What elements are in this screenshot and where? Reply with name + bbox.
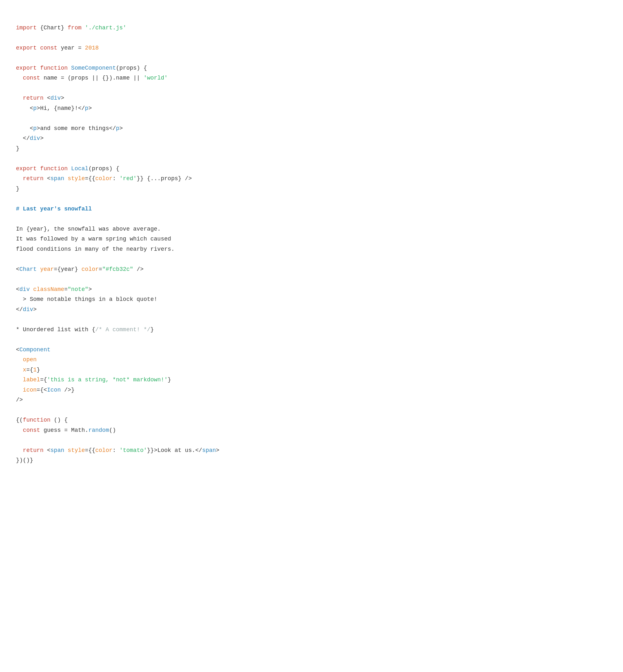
line-import: import {Chart} from './chart.js'	[16, 25, 126, 31]
line-prop-open: open	[16, 357, 37, 363]
line-close-div: </div>	[16, 135, 43, 141]
line-heading: # Last year's snowfall	[16, 206, 92, 212]
line-export-func2: export function Local(props) {	[16, 165, 119, 172]
line-self-close: />	[16, 397, 23, 403]
line-p-more: <p>and some more things</p>	[16, 125, 123, 132]
line-prop-x: x={1}	[16, 367, 40, 373]
line-prose2: It was followed by a warm spring which c…	[16, 236, 171, 242]
line-blockquote: > Some notable things in a block quote!	[16, 296, 157, 303]
line-iife-open: {(function () {	[16, 417, 68, 423]
line-component-open: <Component	[16, 346, 51, 353]
line-return-span2: return <span style={{color: 'tomato'}}>L…	[16, 447, 219, 453]
line-chart: <Chart year={year} color="#fcb32c" />	[16, 266, 144, 273]
line-prose3: flood conditions in many of the nearby r…	[16, 246, 175, 252]
line-export-func1: export function SomeComponent(props) {	[16, 65, 147, 71]
line-div-open: <div className="note">	[16, 286, 92, 292]
line-prop-label: label={'this is a string, *not* markdown…	[16, 376, 171, 383]
line-prose1: In {year}, the snowfall was above averag…	[16, 226, 161, 232]
line-const-name: const name = (props || {}).name || 'worl…	[16, 75, 168, 81]
line-close-brace2: }	[16, 186, 20, 192]
line-p-hi: <p>Hi, {name}!</p>	[16, 105, 92, 111]
line-const-guess: const guess = Math.random()	[16, 427, 116, 433]
line-unordered: * Unordered list with {/* A comment! */}	[16, 327, 154, 333]
line-export-const: export const year = 2018	[16, 45, 99, 51]
line-div-close: </div>	[16, 306, 37, 313]
line-return-div: return <div>	[16, 95, 64, 101]
line-prop-icon: icon={<Icon />}	[16, 387, 75, 393]
code-editor: import {Chart} from './chart.js' export …	[16, 13, 607, 466]
line-close-brace1: }	[16, 145, 20, 152]
line-iife-close: })()}	[16, 457, 33, 464]
line-return-span: return <span style={{color: 'red'}} {...…	[16, 175, 192, 182]
